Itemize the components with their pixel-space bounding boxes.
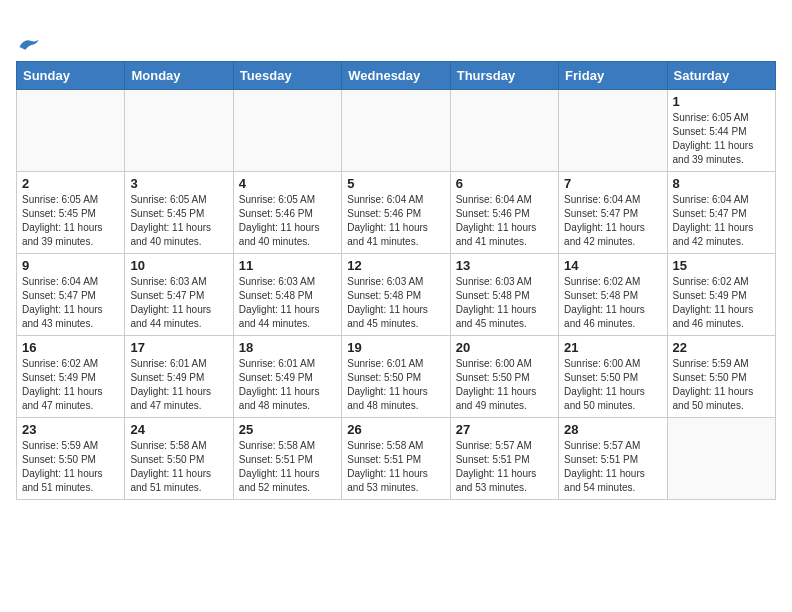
calendar-cell (233, 89, 341, 171)
day-info: Sunrise: 5:58 AMSunset: 5:51 PMDaylight:… (347, 439, 444, 495)
day-number: 2 (22, 176, 119, 191)
day-number: 8 (673, 176, 770, 191)
calendar-cell: 11Sunrise: 6:03 AMSunset: 5:48 PMDayligh… (233, 253, 341, 335)
calendar-cell: 3Sunrise: 6:05 AMSunset: 5:45 PMDaylight… (125, 171, 233, 253)
day-number: 27 (456, 422, 553, 437)
calendar-cell: 7Sunrise: 6:04 AMSunset: 5:47 PMDaylight… (559, 171, 667, 253)
day-info: Sunrise: 6:04 AMSunset: 5:46 PMDaylight:… (347, 193, 444, 249)
day-info: Sunrise: 5:57 AMSunset: 5:51 PMDaylight:… (564, 439, 661, 495)
day-info: Sunrise: 6:03 AMSunset: 5:48 PMDaylight:… (456, 275, 553, 331)
day-info: Sunrise: 6:00 AMSunset: 5:50 PMDaylight:… (456, 357, 553, 413)
calendar-week-row: 23Sunrise: 5:59 AMSunset: 5:50 PMDayligh… (17, 417, 776, 499)
weekday-header-sunday: Sunday (17, 61, 125, 89)
page: SundayMondayTuesdayWednesdayThursdayFrid… (0, 0, 792, 612)
calendar-cell (667, 417, 775, 499)
calendar-cell: 22Sunrise: 5:59 AMSunset: 5:50 PMDayligh… (667, 335, 775, 417)
day-number: 1 (673, 94, 770, 109)
day-number: 15 (673, 258, 770, 273)
day-info: Sunrise: 5:57 AMSunset: 5:51 PMDaylight:… (456, 439, 553, 495)
calendar-cell: 12Sunrise: 6:03 AMSunset: 5:48 PMDayligh… (342, 253, 450, 335)
day-info: Sunrise: 5:59 AMSunset: 5:50 PMDaylight:… (673, 357, 770, 413)
weekday-header-row: SundayMondayTuesdayWednesdayThursdayFrid… (17, 61, 776, 89)
day-number: 22 (673, 340, 770, 355)
calendar-cell (559, 89, 667, 171)
day-number: 4 (239, 176, 336, 191)
calendar-cell: 1Sunrise: 6:05 AMSunset: 5:44 PMDaylight… (667, 89, 775, 171)
logo-bird-icon (18, 33, 40, 55)
day-number: 17 (130, 340, 227, 355)
calendar-cell (125, 89, 233, 171)
day-info: Sunrise: 6:05 AMSunset: 5:46 PMDaylight:… (239, 193, 336, 249)
day-info: Sunrise: 6:02 AMSunset: 5:49 PMDaylight:… (22, 357, 119, 413)
calendar-cell: 13Sunrise: 6:03 AMSunset: 5:48 PMDayligh… (450, 253, 558, 335)
calendar-week-row: 16Sunrise: 6:02 AMSunset: 5:49 PMDayligh… (17, 335, 776, 417)
weekday-header-tuesday: Tuesday (233, 61, 341, 89)
day-info: Sunrise: 6:01 AMSunset: 5:50 PMDaylight:… (347, 357, 444, 413)
day-info: Sunrise: 5:58 AMSunset: 5:50 PMDaylight:… (130, 439, 227, 495)
day-number: 9 (22, 258, 119, 273)
calendar-cell: 17Sunrise: 6:01 AMSunset: 5:49 PMDayligh… (125, 335, 233, 417)
day-number: 11 (239, 258, 336, 273)
day-number: 10 (130, 258, 227, 273)
day-info: Sunrise: 6:02 AMSunset: 5:48 PMDaylight:… (564, 275, 661, 331)
day-number: 21 (564, 340, 661, 355)
calendar: SundayMondayTuesdayWednesdayThursdayFrid… (16, 61, 776, 500)
weekday-header-saturday: Saturday (667, 61, 775, 89)
day-info: Sunrise: 5:59 AMSunset: 5:50 PMDaylight:… (22, 439, 119, 495)
calendar-cell: 5Sunrise: 6:04 AMSunset: 5:46 PMDaylight… (342, 171, 450, 253)
calendar-cell: 10Sunrise: 6:03 AMSunset: 5:47 PMDayligh… (125, 253, 233, 335)
day-info: Sunrise: 6:05 AMSunset: 5:44 PMDaylight:… (673, 111, 770, 167)
day-info: Sunrise: 6:05 AMSunset: 5:45 PMDaylight:… (130, 193, 227, 249)
calendar-cell (450, 89, 558, 171)
day-number: 24 (130, 422, 227, 437)
weekday-header-friday: Friday (559, 61, 667, 89)
calendar-cell: 4Sunrise: 6:05 AMSunset: 5:46 PMDaylight… (233, 171, 341, 253)
day-info: Sunrise: 6:03 AMSunset: 5:47 PMDaylight:… (130, 275, 227, 331)
day-number: 20 (456, 340, 553, 355)
day-info: Sunrise: 6:03 AMSunset: 5:48 PMDaylight:… (347, 275, 444, 331)
calendar-cell: 2Sunrise: 6:05 AMSunset: 5:45 PMDaylight… (17, 171, 125, 253)
header (16, 10, 776, 55)
day-number: 7 (564, 176, 661, 191)
calendar-cell (17, 89, 125, 171)
calendar-cell: 21Sunrise: 6:00 AMSunset: 5:50 PMDayligh… (559, 335, 667, 417)
calendar-cell: 16Sunrise: 6:02 AMSunset: 5:49 PMDayligh… (17, 335, 125, 417)
calendar-cell: 20Sunrise: 6:00 AMSunset: 5:50 PMDayligh… (450, 335, 558, 417)
calendar-cell: 24Sunrise: 5:58 AMSunset: 5:50 PMDayligh… (125, 417, 233, 499)
day-number: 28 (564, 422, 661, 437)
day-info: Sunrise: 6:02 AMSunset: 5:49 PMDaylight:… (673, 275, 770, 331)
calendar-week-row: 9Sunrise: 6:04 AMSunset: 5:47 PMDaylight… (17, 253, 776, 335)
day-number: 14 (564, 258, 661, 273)
calendar-cell: 14Sunrise: 6:02 AMSunset: 5:48 PMDayligh… (559, 253, 667, 335)
day-number: 26 (347, 422, 444, 437)
day-number: 19 (347, 340, 444, 355)
calendar-cell: 25Sunrise: 5:58 AMSunset: 5:51 PMDayligh… (233, 417, 341, 499)
day-number: 18 (239, 340, 336, 355)
day-info: Sunrise: 6:00 AMSunset: 5:50 PMDaylight:… (564, 357, 661, 413)
weekday-header-wednesday: Wednesday (342, 61, 450, 89)
day-number: 3 (130, 176, 227, 191)
weekday-header-thursday: Thursday (450, 61, 558, 89)
calendar-cell: 8Sunrise: 6:04 AMSunset: 5:47 PMDaylight… (667, 171, 775, 253)
day-number: 16 (22, 340, 119, 355)
day-info: Sunrise: 6:01 AMSunset: 5:49 PMDaylight:… (130, 357, 227, 413)
calendar-cell: 9Sunrise: 6:04 AMSunset: 5:47 PMDaylight… (17, 253, 125, 335)
day-number: 25 (239, 422, 336, 437)
calendar-cell: 18Sunrise: 6:01 AMSunset: 5:49 PMDayligh… (233, 335, 341, 417)
calendar-cell: 26Sunrise: 5:58 AMSunset: 5:51 PMDayligh… (342, 417, 450, 499)
logo (16, 14, 40, 55)
calendar-cell: 6Sunrise: 6:04 AMSunset: 5:46 PMDaylight… (450, 171, 558, 253)
day-info: Sunrise: 6:01 AMSunset: 5:49 PMDaylight:… (239, 357, 336, 413)
day-info: Sunrise: 6:03 AMSunset: 5:48 PMDaylight:… (239, 275, 336, 331)
day-info: Sunrise: 5:58 AMSunset: 5:51 PMDaylight:… (239, 439, 336, 495)
calendar-cell: 19Sunrise: 6:01 AMSunset: 5:50 PMDayligh… (342, 335, 450, 417)
calendar-cell (342, 89, 450, 171)
day-info: Sunrise: 6:04 AMSunset: 5:47 PMDaylight:… (22, 275, 119, 331)
weekday-header-monday: Monday (125, 61, 233, 89)
day-number: 13 (456, 258, 553, 273)
day-number: 23 (22, 422, 119, 437)
day-info: Sunrise: 6:04 AMSunset: 5:47 PMDaylight:… (673, 193, 770, 249)
day-number: 12 (347, 258, 444, 273)
calendar-cell: 27Sunrise: 5:57 AMSunset: 5:51 PMDayligh… (450, 417, 558, 499)
day-number: 5 (347, 176, 444, 191)
